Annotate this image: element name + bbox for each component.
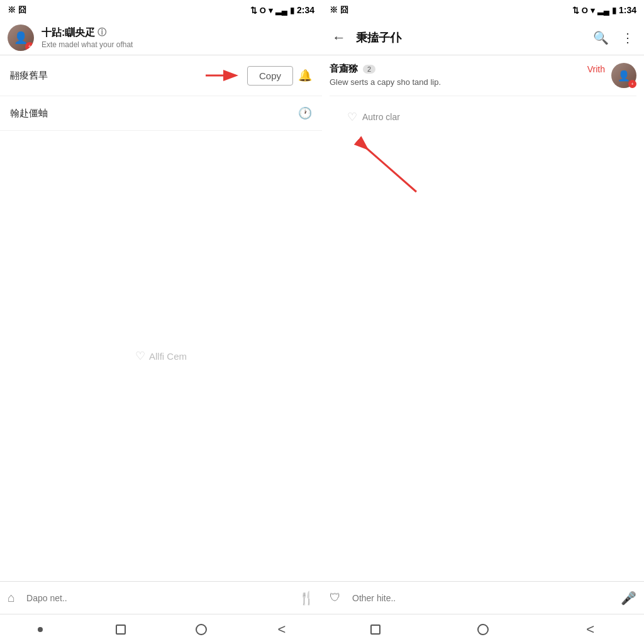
right-wifi-icon: ▾ <box>591 6 595 15</box>
left-bluetooth-icon: ⇅ <box>250 6 257 15</box>
left-nav-square[interactable] <box>109 618 132 641</box>
left-avatar[interactable]: 👤 + <box>8 25 34 51</box>
left-list-item-1[interactable]: 翮痠舊旱 Copy 🔔 <box>0 55 322 96</box>
left-alarm-icon: O <box>260 6 266 15</box>
right-nav-bar: < <box>322 614 644 644</box>
left-phone-panel: ※ 囧 ⇅ O ▾ ▂▄ ▮ 2:34 👤 + 十跕:瞓央疋 ⓘ Exte ma… <box>0 0 322 644</box>
right-annotation-text: Autro clar <box>362 112 400 122</box>
right-signal-icon: ▂▄ <box>597 6 609 15</box>
left-toolbar-subtitle: Exte madel what your ofhat <box>42 40 314 49</box>
right-annotation: ♡ Autro clar <box>347 110 400 124</box>
left-time: 2:34 <box>297 5 314 15</box>
right-status-left: ※ 囧 <box>330 4 348 16</box>
left-home-icon[interactable]: ⌂ <box>8 591 15 605</box>
right-status-right: ⇅ O ▾ ▂▄ ▮ 1:34 <box>572 5 636 15</box>
right-message-card[interactable]: 音齑猕 2 Vrith Glew serts a capy sho tand l… <box>330 63 636 96</box>
right-bluetooth-icon: ⇅ <box>572 6 579 15</box>
right-message-action[interactable]: Vrith <box>587 64 605 74</box>
left-bottom-bar: ⌂ 🍴 <box>0 581 322 614</box>
left-wifi-icon: ▾ <box>269 6 273 15</box>
right-status-icons-left: ※ 囧 <box>330 4 348 16</box>
left-title-block: 十跕:瞓央疋 ⓘ Exte madel what your ofhat <box>42 26 314 49</box>
right-back-button[interactable]: ← <box>330 27 348 48</box>
right-bottom-bar: 🛡 🎤 <box>322 581 644 614</box>
left-list-item-1-text: 翮痠舊旱 <box>10 70 204 82</box>
copy-button[interactable]: Copy <box>247 66 293 86</box>
left-send-icon[interactable]: 🍴 <box>299 591 314 606</box>
right-red-arrow-svg <box>353 135 429 198</box>
right-alarm-icon: O <box>582 6 588 15</box>
left-empty-text: ♡ Allfi Cem <box>135 349 187 363</box>
svg-line-3 <box>366 148 416 192</box>
left-heart-icon: ♡ <box>135 349 145 363</box>
right-back-chevron: < <box>586 623 594 636</box>
right-toolbar: ← 秉搕子仆 🔍 ⋮ <box>322 20 644 55</box>
left-bell-icon: 🔔 <box>298 69 312 82</box>
right-shield-icon[interactable]: 🛡 <box>330 591 341 604</box>
right-nav-square[interactable] <box>364 618 387 641</box>
left-clock-icon: 🕐 <box>298 106 312 120</box>
copy-btn-wrapper: Copy <box>204 65 293 86</box>
left-nav-dot[interactable] <box>29 618 52 641</box>
right-avatar: 👤 + <box>611 63 636 88</box>
right-battery-icon: ▮ <box>612 6 616 15</box>
right-mic-icon[interactable]: 🎤 <box>621 591 636 606</box>
right-message-top: 音齑猕 2 Vrith <box>330 63 605 75</box>
left-list-item-2-text: 翰赴僵蚰 <box>10 108 298 119</box>
right-message-badge: 2 <box>363 65 375 74</box>
left-toolbar: 👤 + 十跕:瞓央疋 ⓘ Exte madel what your ofhat <box>0 20 322 55</box>
right-message-sender: 音齑猕 <box>330 63 358 75</box>
left-status-left: ※ 囧 <box>8 4 26 16</box>
right-heart-icon-annotation: ♡ <box>347 110 357 124</box>
left-battery-icon: ▮ <box>290 6 294 15</box>
left-list-item-2[interactable]: 翰赴僵蚰 🕐 <box>0 96 322 131</box>
right-search-icon[interactable]: 🔍 <box>591 28 611 48</box>
right-message-content: 音齑猕 2 Vrith Glew serts a capy sho tand l… <box>330 63 605 87</box>
right-message-preview: Glew serts a capy sho tand lip. <box>330 77 605 87</box>
right-empty-area: ♡ Autro clar <box>322 104 644 581</box>
right-message-input[interactable] <box>347 589 614 607</box>
left-empty-area: ♡ Allfi Cem <box>0 131 322 581</box>
right-nav-circle[interactable] <box>472 618 494 641</box>
left-avatar-badge: + <box>25 42 34 51</box>
right-status-bar: ※ 囧 ⇅ O ▾ ▂▄ ▮ 1:34 <box>322 0 644 20</box>
right-phone-panel: ※ 囧 ⇅ O ▾ ▂▄ ▮ 1:34 ← 秉搕子仆 🔍 ⋮ 音齑猕 2 Vri… <box>322 0 644 644</box>
right-avatar-badge: + <box>628 80 636 88</box>
left-empty-label: Allfi Cem <box>149 351 187 362</box>
left-title-text: 十跕:瞓央疋 <box>42 26 95 40</box>
right-more-icon[interactable]: ⋮ <box>619 28 636 48</box>
left-status-bar: ※ 囧 ⇅ O ▾ ▂▄ ▮ 2:34 <box>0 0 322 20</box>
right-time: 1:34 <box>619 5 636 15</box>
left-status-icons-left: ※ 囧 <box>8 4 26 16</box>
left-red-arrow <box>204 65 242 86</box>
right-message-card-header: 音齑猕 2 Vrith Glew serts a capy sho tand l… <box>330 63 636 88</box>
left-nav-back[interactable]: < <box>270 618 293 641</box>
left-status-right: ⇅ O ▾ ▂▄ ▮ 2:34 <box>250 5 314 15</box>
left-nav-bar: < <box>0 614 322 644</box>
right-toolbar-title: 秉搕子仆 <box>356 30 583 45</box>
left-message-input[interactable] <box>21 589 292 607</box>
left-toolbar-title: 十跕:瞓央疋 ⓘ <box>42 26 314 40</box>
left-nav-circle[interactable] <box>190 618 213 641</box>
left-back-chevron: < <box>278 623 286 636</box>
right-nav-back[interactable]: < <box>579 618 602 641</box>
left-signal-icon: ▂▄ <box>275 6 287 15</box>
left-verified-icon: ⓘ <box>97 27 106 38</box>
